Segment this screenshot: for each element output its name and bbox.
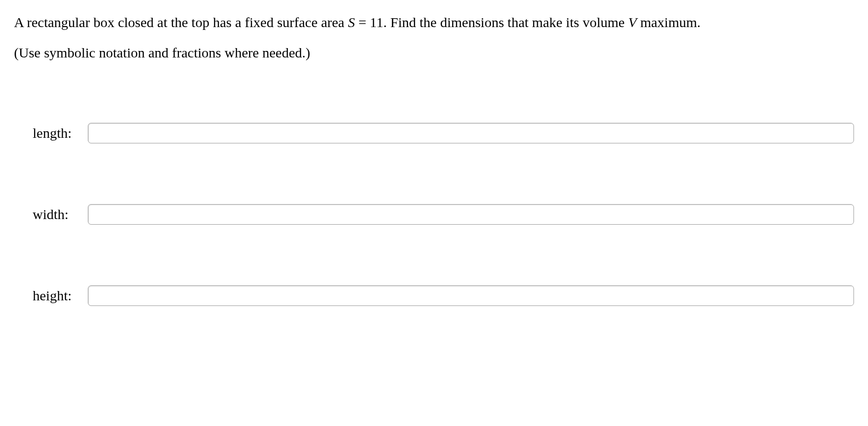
length-label: length: <box>33 124 84 143</box>
height-input[interactable] <box>88 285 854 306</box>
answers-section: length: width: height: <box>14 123 854 306</box>
variable-S: S <box>348 14 355 30</box>
height-label: height: <box>33 286 84 305</box>
problem-text-part1: A rectangular box closed at the top has … <box>14 14 348 30</box>
width-label: width: <box>33 205 84 224</box>
length-row: length: <box>33 123 854 143</box>
length-input[interactable] <box>88 123 854 143</box>
surface-area-value: 11 <box>370 14 384 30</box>
variable-V: V <box>628 14 637 30</box>
problem-text-part2: . Find the dimensions that make its volu… <box>384 14 628 30</box>
problem-statement: A rectangular box closed at the top has … <box>14 13 854 32</box>
hint-text: (Use symbolic notation and fractions whe… <box>14 43 854 63</box>
equals-sign: = <box>355 14 370 30</box>
problem-text-end: maximum. <box>637 14 701 30</box>
problem-page: A rectangular box closed at the top has … <box>0 0 868 325</box>
height-row: height: <box>33 285 854 306</box>
width-row: width: <box>33 204 854 225</box>
width-input[interactable] <box>88 204 854 225</box>
